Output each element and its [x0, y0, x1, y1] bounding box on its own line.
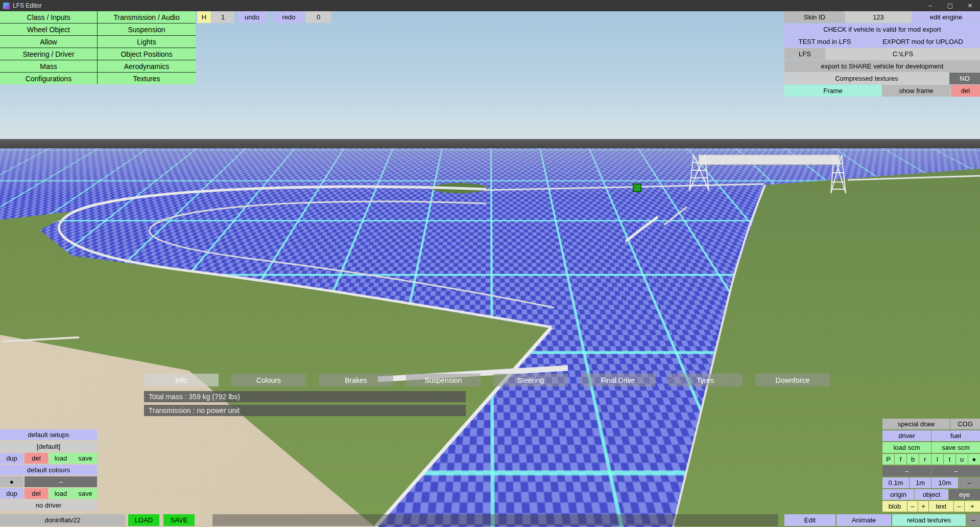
maximize-button[interactable]: ▢ [940, 0, 960, 11]
object-button[interactable]: object [915, 489, 948, 500]
menu-item-class-inputs[interactable]: Class / Inputs [0, 11, 97, 23]
colour-load-button[interactable]: load [49, 488, 73, 499]
colour-dot-button[interactable]: ● [0, 476, 23, 487]
toggle-l-button[interactable]: l [931, 454, 943, 465]
toggle-r-button[interactable]: r [919, 454, 931, 465]
setup-del-button[interactable]: del [25, 453, 48, 464]
edit-engine-button[interactable]: edit engine [912, 11, 980, 23]
tab-steering[interactable]: Steering [493, 374, 568, 386]
fuel-button[interactable]: fuel [931, 430, 980, 441]
tab-final-drive[interactable]: Final Drive [581, 374, 655, 386]
tab-info[interactable]: Info [144, 374, 219, 386]
history-count: 1 [211, 11, 234, 23]
animate-mode-button[interactable]: Animate [836, 514, 891, 526]
tab-tyres[interactable]: Tyres [668, 374, 743, 386]
special-draw-button[interactable]: special draw [882, 419, 950, 429]
menu-item-wheel-object[interactable]: Wheel Object [0, 24, 97, 35]
driver-button[interactable]: driver [882, 430, 931, 441]
current-setup-value[interactable]: [default] [0, 441, 97, 452]
toggle-u-button[interactable]: u [956, 454, 968, 465]
tab-suspension[interactable]: Suspension [406, 374, 481, 386]
track-edge-right [673, 185, 765, 527]
save-scm-button[interactable]: save scm [931, 442, 980, 453]
no-driver-toggle[interactable]: no driver [0, 500, 97, 511]
frame-del-button[interactable]: del [951, 85, 980, 97]
tab-downforce[interactable]: Downforce [755, 374, 830, 386]
track-edge-outer [59, 187, 552, 327]
setup-load-button[interactable]: load [49, 453, 73, 464]
toggle-t-button[interactable]: t [944, 454, 955, 465]
setup-dup-button[interactable]: dup [0, 453, 23, 464]
menu-item-object-positions[interactable]: Object Positions [98, 48, 196, 60]
menu-item-allow[interactable]: Allow [0, 36, 97, 48]
origin-button[interactable]: origin [882, 489, 914, 500]
redo-count: 0 [305, 11, 331, 23]
undo-button[interactable]: undo [237, 11, 267, 23]
blob-minus-button[interactable]: – [907, 501, 918, 512]
toggle-f-button[interactable]: f [895, 454, 906, 465]
load-scm-button[interactable]: load scm [882, 442, 931, 453]
menu-item-suspension[interactable]: Suspension [98, 24, 196, 35]
test-mod-button[interactable]: TEST mod in LFS [784, 36, 865, 48]
tab-colours[interactable]: Colours [231, 374, 306, 386]
road-edge-left [375, 327, 552, 527]
toggle-dot-button[interactable]: ● [968, 454, 980, 465]
dash-right-button[interactable]: – [931, 466, 980, 476]
export-panel: Skin ID 123 edit engine CHECK if vehicle… [784, 11, 980, 97]
toggle-b-button[interactable]: b [907, 454, 919, 465]
transmission-readout: Transmission : no power unit [144, 405, 466, 416]
close-button[interactable]: ✕ [960, 0, 980, 11]
fence-left [3, 337, 79, 341]
show-frame-button[interactable]: show frame [882, 85, 950, 97]
grid-01m-button[interactable]: 0.1m [882, 477, 909, 488]
text-plus-button[interactable]: + [965, 501, 980, 512]
colour-del-button[interactable]: del [25, 488, 48, 499]
menu-item-steering-driver[interactable]: Steering / Driver [0, 48, 97, 60]
mod-name-value: doninflatv22 [0, 514, 125, 526]
skin-id-value[interactable]: 123 [845, 11, 912, 23]
eye-button[interactable]: eye [949, 489, 980, 500]
share-export-button[interactable]: export to SHARE vehicle for development [784, 60, 980, 72]
load-mod-button[interactable]: LOAD [128, 514, 159, 526]
reload-dash-button[interactable]: – [967, 514, 980, 526]
dash-left-button[interactable]: – [882, 466, 931, 476]
minimize-button[interactable]: – [920, 0, 940, 11]
compressed-textures-toggle[interactable]: NO [949, 73, 980, 84]
default-colours-button[interactable]: default colours [0, 465, 97, 475]
grid-10m-button[interactable]: 10m [931, 477, 958, 488]
status-bar [212, 514, 778, 526]
colour-dup-button[interactable]: dup [0, 488, 23, 499]
text-minus-button[interactable]: – [954, 501, 964, 512]
grid-1m-button[interactable]: 1m [910, 477, 931, 488]
menu-item-configurations[interactable]: Configurations [0, 73, 97, 84]
track-edge-inner [150, 201, 554, 308]
colour-dash-value[interactable]: – [25, 476, 97, 487]
default-setups-button[interactable]: default setups [0, 429, 97, 440]
menu-item-textures[interactable]: Textures [98, 73, 196, 84]
lfs-editor-window: LFS Editor – ▢ ✕ [0, 0, 980, 527]
save-mod-button[interactable]: SAVE [163, 514, 195, 526]
setup-save-button[interactable]: save [74, 453, 97, 464]
menu-item-transmission-audio[interactable]: Transmission / Audio [98, 11, 196, 23]
menu-item-mass[interactable]: Mass [0, 60, 97, 72]
redo-button[interactable]: redo [273, 11, 304, 23]
cog-button[interactable]: COG [950, 419, 980, 429]
colour-save-button[interactable]: save [74, 488, 97, 499]
blob-plus-button[interactable]: + [918, 501, 928, 512]
menu-item-lights[interactable]: Lights [98, 36, 196, 48]
menu-item-aerodynamics[interactable]: Aerodynamics [98, 60, 196, 72]
edit-mode-button[interactable]: Edit [784, 514, 835, 526]
grid-dash-button[interactable]: – [959, 477, 980, 488]
reload-textures-button[interactable]: reload textures [892, 514, 966, 526]
check-mod-button[interactable]: CHECK if vehicle is valid for mod export [784, 24, 980, 35]
text-button[interactable]: text [929, 501, 953, 512]
tab-brakes[interactable]: Brakes [319, 374, 393, 386]
export-mod-button[interactable]: EXPORT mod for UPLOAD [866, 36, 980, 48]
marker-cube[interactable] [633, 184, 641, 192]
hide-ui-button[interactable]: H [197, 11, 211, 23]
compressed-textures-label: Compressed textures [784, 73, 949, 84]
toggle-p-button[interactable]: P [882, 454, 894, 465]
blob-button[interactable]: blob [882, 501, 907, 512]
frame-button[interactable]: Frame [784, 85, 881, 97]
lfs-path-value[interactable]: C:\LFS [826, 48, 980, 60]
